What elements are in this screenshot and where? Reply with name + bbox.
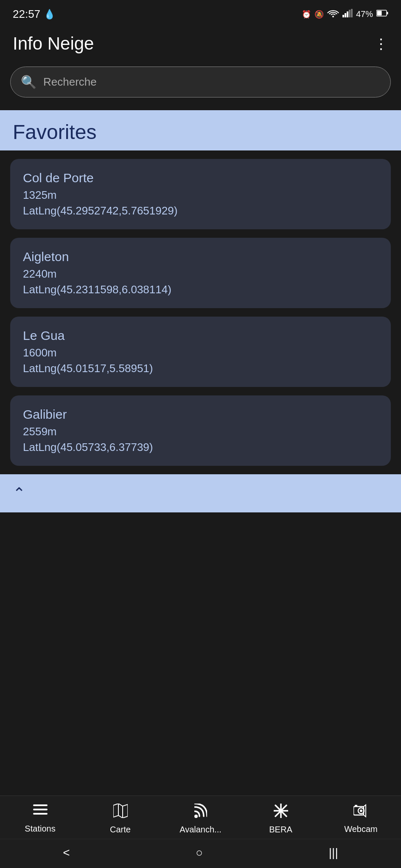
svg-point-15 xyxy=(194,815,198,818)
svg-rect-23 xyxy=(355,805,357,807)
svg-rect-10 xyxy=(33,809,48,810)
svg-rect-8 xyxy=(377,11,382,16)
battery-percent: 47% xyxy=(356,9,373,19)
nav-items: Stations Carte Avalanch.. xyxy=(0,796,401,839)
station-coords-1: LatLng(45.2311598,6.038114) xyxy=(23,283,378,296)
nav-label-avalanche: Avalanch... xyxy=(179,825,222,835)
home-button[interactable]: ○ xyxy=(196,846,203,860)
station-name-1: Aigleton xyxy=(23,250,378,264)
asterisk-icon xyxy=(274,804,288,821)
nav-label-bera: BERA xyxy=(269,825,292,835)
station-altitude-2: 1600m xyxy=(23,346,378,359)
svg-rect-3 xyxy=(347,11,348,17)
status-time: 22:57 💧 xyxy=(13,8,55,21)
list-icon xyxy=(33,804,48,821)
svg-rect-1 xyxy=(342,15,344,17)
search-box[interactable]: 🔍 xyxy=(10,67,391,97)
time-display: 22:57 xyxy=(13,8,40,21)
search-input[interactable] xyxy=(43,75,380,89)
svg-rect-4 xyxy=(349,10,351,17)
search-icon: 🔍 xyxy=(21,75,36,89)
svg-point-0 xyxy=(332,16,334,17)
station-altitude-3: 2559m xyxy=(23,425,378,438)
favorites-section-header: Favorites xyxy=(0,110,401,150)
svg-rect-2 xyxy=(345,13,346,17)
bottom-navigation: Stations Carte Avalanch.. xyxy=(0,796,401,868)
nav-item-webcam[interactable]: Webcam xyxy=(321,804,401,834)
svg-rect-11 xyxy=(33,813,48,815)
station-altitude-1: 2240m xyxy=(23,267,378,281)
more-options-icon[interactable]: ⋮ xyxy=(374,35,388,52)
water-drop-icon: 💧 xyxy=(44,9,55,20)
svg-rect-5 xyxy=(351,9,353,17)
station-card-2[interactable]: Le Gua 1600m LatLng(45.01517,5.58951) xyxy=(10,317,391,387)
app-bar: Info Neige ⋮ xyxy=(0,25,401,67)
system-navigation: < ○ ||| xyxy=(0,839,401,868)
svg-rect-9 xyxy=(33,804,48,806)
signal-icon xyxy=(342,9,353,19)
status-bar: 22:57 💧 ⏰ 🔕 47% xyxy=(0,0,401,25)
station-altitude-0: 1325m xyxy=(23,189,378,202)
stations-list: Col de Porte 1325m LatLng(45.2952742,5.7… xyxy=(0,150,401,474)
nav-label-webcam: Webcam xyxy=(344,824,378,834)
favorites-title: Favorites xyxy=(13,120,388,144)
camera-icon xyxy=(353,804,369,821)
recents-button[interactable]: ||| xyxy=(329,846,338,860)
search-container: 🔍 xyxy=(0,67,401,110)
station-coords-2: LatLng(45.01517,5.58951) xyxy=(23,362,378,375)
map-icon xyxy=(113,804,128,821)
station-coords-0: LatLng(45.2952742,5.7651929) xyxy=(23,204,378,217)
station-coords-3: LatLng(45.05733,6.37739) xyxy=(23,441,378,454)
nav-label-carte: Carte xyxy=(110,825,131,835)
battery-icon xyxy=(376,10,388,19)
station-name-3: Galibier xyxy=(23,407,378,422)
nav-item-stations[interactable]: Stations xyxy=(0,804,80,834)
mute-icon: 🔕 xyxy=(314,10,324,19)
nav-item-carte[interactable]: Carte xyxy=(80,804,160,835)
station-card-1[interactable]: Aigleton 2240m LatLng(45.2311598,6.03811… xyxy=(10,238,391,308)
svg-marker-12 xyxy=(113,804,128,818)
svg-point-21 xyxy=(360,810,362,812)
station-name-0: Col de Porte xyxy=(23,171,378,185)
nav-label-stations: Stations xyxy=(25,824,55,834)
nav-item-bera[interactable]: BERA xyxy=(241,804,321,835)
nav-item-avalanche[interactable]: Avalanch... xyxy=(160,804,241,835)
station-card-0[interactable]: Col de Porte 1325m LatLng(45.2952742,5.7… xyxy=(10,159,391,229)
alarm-icon: ⏰ xyxy=(302,10,311,19)
rss-icon xyxy=(194,804,207,821)
app-title: Info Neige xyxy=(13,33,94,54)
back-button[interactable]: < xyxy=(63,846,70,860)
station-card-3[interactable]: Galibier 2559m LatLng(45.05733,6.37739) xyxy=(10,395,391,466)
status-icons: ⏰ 🔕 47% xyxy=(302,9,388,19)
svg-rect-7 xyxy=(387,12,388,14)
next-section-peek: ⌃ xyxy=(0,474,401,512)
chevron-up-icon: ⌃ xyxy=(13,484,25,502)
station-name-2: Le Gua xyxy=(23,328,378,343)
wifi-icon xyxy=(327,9,339,19)
